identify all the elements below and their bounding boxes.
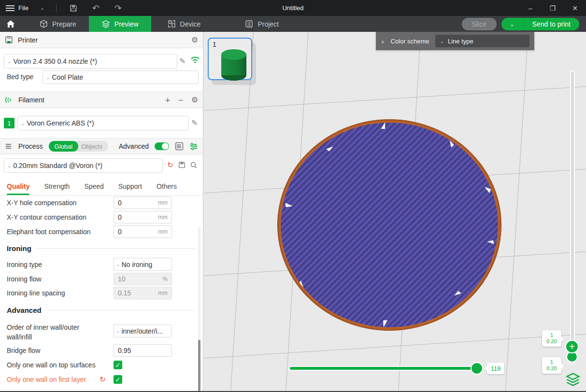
- printer-wifi-icon[interactable]: [190, 56, 200, 64]
- printer-settings-gear-icon[interactable]: ⚙: [191, 36, 198, 44]
- layers-view-icon[interactable]: [565, 372, 581, 387]
- grid-line: [204, 332, 586, 360]
- tab-others[interactable]: Others: [157, 179, 177, 195]
- chevron-down-icon: ⌄: [7, 59, 11, 64]
- layer-slider-track[interactable]: [570, 70, 575, 365]
- plate-thumbnail[interactable]: 1: [208, 38, 252, 80]
- titlebar-divider: [56, 4, 57, 12]
- file-menu-button[interactable]: File: [6, 4, 29, 12]
- cube-icon: [40, 20, 48, 28]
- setting-label: Order of inner wall/outer wall/infill: [7, 322, 103, 342]
- sliced-layer-outer-wall: [277, 119, 501, 331]
- chevron-down-icon: ⌄: [116, 328, 120, 334]
- tab-device[interactable]: Device: [155, 16, 214, 32]
- xy-hole-compensation-input[interactable]: 0mm: [114, 196, 172, 209]
- project-icon: [245, 20, 253, 28]
- wall-order-select[interactable]: ⌄ inner/outer/i...: [114, 324, 172, 337]
- grid-line: [227, 32, 255, 392]
- bed-type-label: Bed type: [7, 73, 33, 81]
- chevron-down-icon: ⌄: [7, 163, 11, 168]
- scope-objects-option[interactable]: Objects: [78, 143, 108, 150]
- line-type-select[interactable]: ⌄ Line type: [435, 35, 529, 47]
- remove-filament-button[interactable]: −: [178, 96, 184, 105]
- redo-icon[interactable]: ↷: [113, 3, 123, 14]
- process-section-title: Process: [18, 142, 43, 150]
- panel-scrollbar-thumb[interactable]: [198, 340, 200, 392]
- parameter-list-icon[interactable]: [175, 142, 184, 151]
- advanced-group-header: Advanced: [7, 306, 195, 314]
- printer-edit-icon[interactable]: ✎: [179, 56, 186, 66]
- tab-prepare[interactable]: Prepare: [27, 16, 89, 32]
- tab-support[interactable]: Support: [118, 179, 142, 195]
- only-one-wall-top-checkbox[interactable]: ✓: [114, 361, 122, 369]
- setting-label: Only one wall on top surfaces: [7, 361, 96, 369]
- bridge-flow-input[interactable]: 0.95: [114, 344, 172, 357]
- hamburger-icon: [6, 5, 14, 11]
- step-slider-handle[interactable]: [471, 362, 483, 375]
- add-layer-marker-button[interactable]: +: [565, 340, 579, 353]
- setting-reset-icon[interactable]: ↻: [100, 375, 106, 384]
- close-button[interactable]: ✕: [564, 0, 586, 16]
- app-window: Untitled File ⌄ ↶ ↷ – ❐ ✕ Prepare: [0, 0, 586, 392]
- step-value-badge: 119: [487, 363, 504, 374]
- ironing-flow-input: 10%: [114, 273, 172, 285]
- bed-type-select[interactable]: ⌄ Cool Plate: [43, 70, 199, 84]
- printer-preset-value: Voron 2.4 350 0.4 nozzle (*): [13, 57, 97, 65]
- printer-preset-select[interactable]: ⌄ Voron 2.4 350 0.4 nozzle (*): [4, 54, 177, 69]
- scope-global-option[interactable]: Global: [49, 141, 79, 152]
- process-save-icon[interactable]: [178, 161, 186, 168]
- filament-edit-icon[interactable]: ✎: [191, 118, 198, 127]
- chevron-down-icon: ⌄: [21, 121, 25, 126]
- device-icon: [168, 20, 176, 28]
- add-filament-button[interactable]: +: [165, 96, 170, 105]
- filament-settings-gear-icon[interactable]: ⚙: [191, 96, 198, 104]
- process-tabs: Quality Strength Speed Support Others: [0, 179, 203, 196]
- tab-quality[interactable]: Quality: [7, 179, 29, 195]
- setting-label: Ironing type: [7, 261, 42, 268]
- layers-icon: [101, 20, 110, 28]
- color-scheme-bar: ⌄⌄ Color scheme ⌄ Line type: [376, 32, 534, 50]
- setting-label: Ironing flow: [7, 275, 42, 283]
- process-preset-select[interactable]: ⌄ 0.20mm Standard @Voron (*): [4, 158, 163, 173]
- filament-slot-badge: 1: [4, 118, 14, 128]
- grid-line: [204, 84, 586, 112]
- process-search-icon[interactable]: [190, 161, 198, 169]
- process-reset-icon[interactable]: ↻: [167, 161, 173, 169]
- elephant-foot-compensation-input[interactable]: 0mm: [114, 225, 172, 238]
- tab-project[interactable]: Project: [232, 16, 291, 32]
- ironing-group-header: Ironing: [7, 244, 195, 252]
- home-button[interactable]: [0, 16, 21, 32]
- undo-icon[interactable]: ↶: [90, 3, 101, 14]
- minimize-button[interactable]: –: [519, 0, 542, 16]
- line-type-value: Line type: [448, 38, 473, 45]
- tab-speed[interactable]: Speed: [84, 179, 103, 195]
- side-panel: Printer ⚙ ⌄ Voron 2.4 350 0.4 nozzle (*)…: [0, 32, 203, 392]
- send-options-chevron-icon[interactable]: ⌄: [501, 18, 524, 30]
- send-to-print-button[interactable]: Send to print: [524, 18, 579, 30]
- printer-section-header: Printer ⚙: [0, 32, 203, 48]
- color-scheme-label: Color scheme: [390, 38, 429, 45]
- ironing-type-select[interactable]: ⌄ No ironing: [114, 258, 172, 271]
- process-preset-value: 0.20mm Standard @Voron (*): [13, 162, 102, 169]
- slice-button[interactable]: Slice: [462, 18, 497, 30]
- tab-strength[interactable]: Strength: [44, 179, 70, 195]
- only-one-wall-first-layer-checkbox[interactable]: ✓: [114, 375, 122, 384]
- maximize-button[interactable]: ❐: [542, 0, 564, 16]
- process-section-header: Process Global Objects Advanced: [0, 138, 203, 154]
- collapse-chevrons-icon[interactable]: ⌄⌄: [381, 39, 385, 43]
- save-icon[interactable]: [68, 3, 79, 14]
- printer-section-title: Printer: [18, 36, 38, 44]
- xy-contour-compensation-input[interactable]: 0mm: [114, 211, 172, 224]
- file-menu-chevron-icon[interactable]: ⌄: [40, 5, 44, 11]
- process-scope-toggle[interactable]: Global Objects: [49, 141, 109, 152]
- advanced-toggle[interactable]: [155, 142, 169, 150]
- process-tune-icon[interactable]: [189, 142, 198, 151]
- filament-preset-value: Voron Generic ABS (*): [27, 119, 94, 127]
- tab-preview[interactable]: Preview: [89, 16, 151, 32]
- filament-section-header: Filament + − ⚙: [0, 92, 203, 108]
- preview-viewport[interactable]: 1 ⌄⌄ Color scheme ⌄ Line type 1 0.20 1 0…: [204, 32, 586, 392]
- filament-preset-select[interactable]: ⌄ Voron Generic ABS (*): [17, 116, 189, 130]
- setting-label: Elephant foot compensation: [7, 228, 91, 236]
- setting-label-modified: Only one wall on first layer: [7, 376, 86, 383]
- step-slider-track[interactable]: [289, 366, 481, 371]
